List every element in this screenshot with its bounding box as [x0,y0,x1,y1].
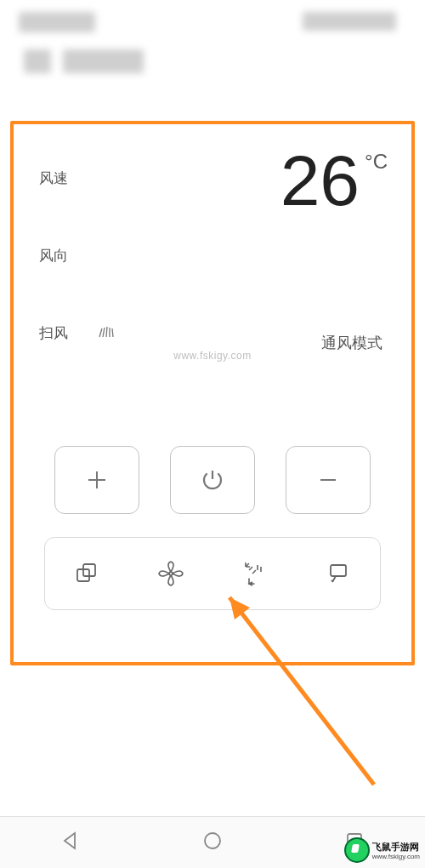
back-triangle-icon [60,830,82,852]
mode-option-button[interactable] [45,561,129,586]
swing-icon [326,561,351,586]
status-labels: 风速 风向 扫风 [39,168,118,401]
temp-up-button[interactable] [54,446,139,514]
fan-option-button[interactable] [129,560,213,587]
temperature-unit: °C [365,150,388,174]
power-icon [199,466,226,494]
sweep-fan-icon [98,325,118,343]
mode-label: 通风模式 [321,333,382,353]
nav-home-button[interactable] [201,830,224,855]
svg-rect-7 [331,565,346,576]
sweep-label: 扫风 [39,323,118,343]
home-circle-icon [201,830,224,852]
power-button[interactable] [170,446,255,514]
nav-back-button[interactable] [60,830,82,855]
brand-watermark: 飞鼠手游网 www.fskigy.com [344,837,420,863]
temperature-value: 26 [280,145,360,216]
option-strip [44,537,381,610]
fan-speed-label: 风速 [39,168,118,188]
fan-direction-label: 风向 [39,246,118,266]
brand-logo-icon [344,837,370,863]
minus-icon [314,466,342,494]
svg-point-10 [205,833,220,848]
ac-control-card: 风速 风向 扫风 26 °C 通风模式 [10,121,415,665]
temperature-display: 26 °C [280,145,388,216]
fan-icon [157,560,184,587]
brand-url: www.fskigy.com [372,854,420,860]
temp-down-button[interactable] [286,446,371,514]
primary-button-row [42,446,382,514]
brand-name: 飞鼠手游网 [372,842,419,852]
plus-icon [83,466,110,494]
sweep-option-button[interactable] [212,560,297,587]
sweep-arrows-icon [241,560,268,587]
swing-option-button[interactable] [297,561,381,586]
mode-icon [74,561,99,586]
header-redacted [0,0,425,102]
